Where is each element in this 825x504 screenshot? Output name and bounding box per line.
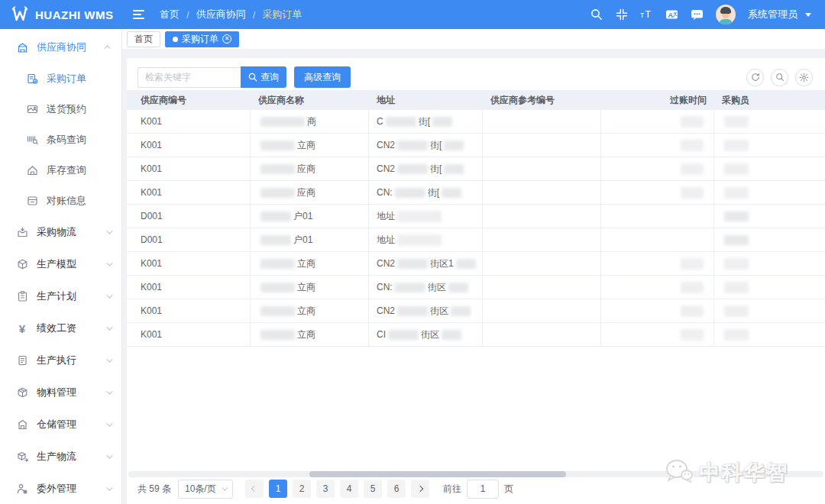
tab-home[interactable]: 首页 <box>127 31 160 47</box>
chevron-down-icon <box>106 228 112 234</box>
address-mid: 街[ <box>428 186 439 199</box>
page-size-select[interactable]: 10条/页 <box>178 480 233 499</box>
table-row[interactable]: K001 立商 CN:街区 <box>127 276 825 299</box>
user-menu-caret-icon[interactable] <box>805 13 811 17</box>
query-button[interactable]: 查询 <box>241 66 286 88</box>
sidebar-item-label: 库存查询 <box>47 163 86 177</box>
tab-close-icon[interactable]: ✕ <box>222 34 231 44</box>
col-posting-time[interactable]: 过账时间 <box>601 90 714 110</box>
address-prefix: CN2 <box>377 163 395 174</box>
table-row[interactable]: K001 商 C街[ <box>127 110 825 134</box>
barcode-icon <box>26 134 38 145</box>
refresh-icon[interactable] <box>746 69 764 86</box>
table-row[interactable]: K001 立商 CN2街区 <box>127 299 825 323</box>
table-row[interactable]: K001 立商 CN2街[ <box>127 134 825 157</box>
supplier-name-suffix: 立商 <box>297 281 315 294</box>
col-supplier-code[interactable]: 供应商编号 <box>127 90 251 110</box>
sidebar-item-barcode-query[interactable]: 条码查询 <box>0 124 121 155</box>
sidebar-item-purchase-orders[interactable]: 采购订单 <box>0 63 121 94</box>
supplier-code: K001 <box>141 329 162 340</box>
sidebar-group-production-model[interactable]: 生产模型 <box>0 248 121 280</box>
breadcrumb-current: 采购订单 <box>262 8 302 21</box>
user-name[interactable]: 系统管理员 <box>748 8 798 21</box>
clipboard-icon <box>16 291 28 302</box>
sidebar-group-label: 绩效工资 <box>37 321 76 335</box>
column-search-icon[interactable] <box>771 69 788 86</box>
language-icon[interactable]: A <box>665 8 678 21</box>
redacted-address <box>432 117 452 127</box>
supplier-name-suffix: 立商 <box>297 305 315 318</box>
supplier-code: K001 <box>141 305 162 316</box>
user-avatar[interactable] <box>716 5 736 24</box>
tab-purchase-orders[interactable]: 采购订单 ✕ <box>165 31 239 47</box>
query-button-label: 查询 <box>260 71 279 84</box>
chevron-down-icon <box>106 420 112 426</box>
settings-gear-icon[interactable] <box>795 69 813 86</box>
search-input[interactable] <box>138 67 241 88</box>
chevron-down-icon <box>106 356 112 362</box>
sidebar-group-production-execution[interactable]: 生产执行 <box>0 344 121 376</box>
search-icon[interactable] <box>590 8 603 21</box>
redacted-name <box>260 164 295 174</box>
sidebar-item-delivery-booking[interactable]: 送货预约 <box>0 94 121 124</box>
page-button-5[interactable]: 5 <box>364 480 382 498</box>
page-button-2[interactable]: 2 <box>293 480 311 498</box>
sidebar-group-label: 委外管理 <box>37 482 76 496</box>
sidebar-group-purchase-logistics[interactable]: 采购物流 <box>0 216 121 248</box>
table-row[interactable]: K001 立商 CI街区 <box>127 323 825 347</box>
goto-page: 前往 页 <box>443 480 513 499</box>
sidebar-group-production-logistics[interactable]: 生产物流 <box>0 441 121 473</box>
inbox-arrow-icon <box>16 227 28 237</box>
font-size-icon[interactable]: TT <box>640 8 653 21</box>
sidebar-group-material-management[interactable]: 物料管理 <box>0 376 121 409</box>
breadcrumb-home[interactable]: 首页 <box>160 8 180 21</box>
redacted-address <box>448 283 468 292</box>
prev-page-button[interactable] <box>245 480 264 498</box>
sidebar-group-label: 物料管理 <box>37 386 76 399</box>
exit-fullscreen-icon[interactable] <box>615 8 628 21</box>
message-icon[interactable] <box>691 8 704 21</box>
chevron-up-icon <box>104 45 110 51</box>
sidebar-group-outsourcing[interactable]: 委外管理 <box>0 473 121 504</box>
table-row[interactable]: K001 应商 CN2街[ <box>127 157 825 181</box>
horizontal-scrollbar[interactable] <box>128 471 823 477</box>
page-button-6[interactable]: 6 <box>387 480 406 498</box>
sidebar-group-production-plan[interactable]: 生产计划 <box>0 280 121 312</box>
col-buyer[interactable]: 采购员 <box>714 90 825 110</box>
table-row[interactable]: K001 应商 CN:街[ <box>127 181 825 205</box>
redacted-name <box>260 259 295 269</box>
reconcile-file-icon <box>26 195 38 206</box>
redacted-address <box>397 164 428 174</box>
supplier-code: K001 <box>141 116 162 127</box>
redacted-name <box>260 306 295 316</box>
address-prefix: CN2 <box>377 140 395 150</box>
page-button-1[interactable]: 1 <box>269 480 287 498</box>
sidebar-group-warehouse-management[interactable]: 仓储管理 <box>0 409 121 441</box>
next-page-button[interactable] <box>411 480 429 498</box>
scrollbar-thumb[interactable] <box>309 471 567 477</box>
app-header: HUAZHI WMS 首页 / 供应商协同 / 采购订单 TT A 系统管理员 <box>0 0 825 29</box>
sidebar-group-supplier-collab[interactable]: 供应商协同 <box>0 31 121 63</box>
col-supplier-name[interactable]: 供应商名称 <box>251 90 369 110</box>
redacted-time <box>681 258 704 270</box>
sidebar-toggle-icon[interactable] <box>133 10 144 19</box>
page-button-3[interactable]: 3 <box>316 480 335 498</box>
sidebar-group-label: 生产执行 <box>37 354 76 367</box>
page-button-4[interactable]: 4 <box>340 480 358 498</box>
sidebar-item-inventory-query[interactable]: 库存查询 <box>0 155 121 186</box>
table-row[interactable]: D001 户01 地址 <box>127 205 825 228</box>
goto-unit-label: 页 <box>504 483 513 496</box>
col-address[interactable]: 地址 <box>369 90 483 110</box>
table-row[interactable]: K001 立商 CN2街区1 <box>127 252 825 276</box>
tab-bar: 首页 采购订单 ✕ <box>122 29 825 49</box>
col-supplier-ref[interactable]: 供应商参考编号 <box>483 90 601 110</box>
goto-page-input[interactable] <box>467 480 499 499</box>
table-row[interactable]: D001 户01 地址 <box>127 228 825 252</box>
brand-logo-icon <box>10 5 30 24</box>
supplier-code: K001 <box>141 258 162 269</box>
advanced-query-button[interactable]: 高级查询 <box>294 66 351 88</box>
sidebar-item-reconciliation[interactable]: 对账信息 <box>0 186 121 216</box>
chevron-left-icon <box>251 486 257 492</box>
sidebar-group-performance-salary[interactable]: ¥ 绩效工资 <box>0 312 121 344</box>
breadcrumb-supplier-collab[interactable]: 供应商协同 <box>196 8 246 21</box>
